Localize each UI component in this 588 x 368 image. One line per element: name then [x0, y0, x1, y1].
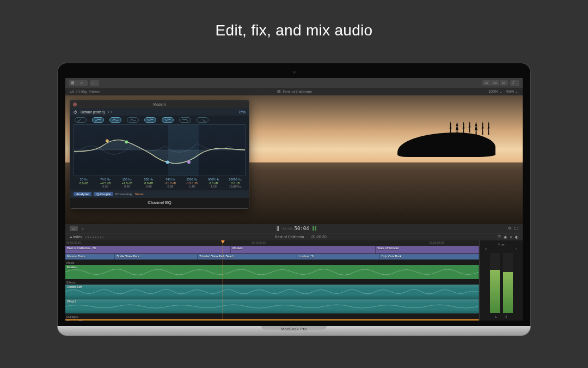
eq-preset-bar: ⏻ Default (edited) ‹› 75% [70, 108, 249, 116]
view-grid-button[interactable]: ▭ [482, 80, 491, 86]
next-preset-button[interactable]: › [111, 110, 112, 114]
scene-trees [449, 122, 490, 138]
meter-right [503, 253, 513, 313]
timeline-area: 00:00:00:00 00:10:00:00 00:20:00:00 Best… [65, 240, 523, 321]
band-4-button[interactable] [127, 117, 139, 123]
processing-label: Processing: [115, 192, 132, 196]
effects-section-label: Effects [65, 280, 479, 285]
meter-headphones-icon[interactable]: ♫ [498, 243, 500, 246]
view-list-button[interactable]: ▭ [491, 80, 499, 86]
snap-button[interactable]: ◉ [504, 235, 507, 239]
eq-mix-value[interactable]: 75% [238, 110, 246, 114]
svg-point-1 [125, 140, 128, 143]
library-button[interactable]: ▦ [69, 80, 78, 86]
laptop-frame: ▦ ⌕ ↓ ▭ ▭ ▭ ⤴ 4K 23.98p, Stereo ▤ Best o… [57, 63, 531, 336]
timeline-project-name: Best of California [275, 235, 304, 239]
view-mode-group: ▭ ▭ ▭ [482, 80, 508, 86]
solo-button[interactable]: ◐ [515, 235, 518, 239]
key-icon: ⌕ [81, 81, 85, 86]
channel-eq-panel[interactable]: Modern ⏻ Default (edited) ‹› 75% [70, 100, 249, 209]
eq-curve-display[interactable] [74, 124, 246, 176]
audio-meters [482, 251, 520, 315]
timeline-ruler[interactable]: 00:00:00:00 00:10:00:00 00:20:00:00 [65, 240, 479, 246]
timeline-view-button[interactable]: ▭ [70, 226, 78, 231]
audio-button[interactable]: ♫ [510, 235, 512, 239]
timeline-main[interactable]: 00:00:00:00 00:10:00:00 00:20:00:00 Best… [65, 240, 479, 321]
band-2-button[interactable] [92, 117, 104, 123]
timecode-display: ‖ 00:00:50:04 [88, 226, 505, 231]
eq-preset-name[interactable]: Default (edited) [81, 110, 105, 114]
play-icon[interactable]: ‖ [276, 226, 279, 231]
import-button[interactable]: ↓ [90, 80, 99, 86]
audio-meters-panel: ♫ ▭ 00 LR [479, 240, 523, 321]
eq-title: Modern [153, 102, 166, 106]
video-track-main[interactable]: Best of California - 30 Modern State of … [65, 246, 479, 254]
eq-band-switches [70, 116, 249, 124]
eq-footer: Analyzer Q-Couple Processing: Stereo [70, 190, 249, 198]
playhead[interactable] [223, 240, 223, 321]
timeline-duration: 01:20:20 [311, 235, 326, 239]
band-1-button[interactable] [75, 117, 87, 123]
loop-button[interactable]: ↻ [508, 226, 511, 231]
audio-meter-mini [313, 226, 316, 231]
effects-track-1[interactable]: Ocean Surf [65, 285, 479, 299]
band-8-button[interactable] [197, 117, 209, 123]
prev-preset-button[interactable]: ‹ [108, 110, 109, 114]
dialogue-section-label: Dialogue [65, 314, 479, 319]
view-filmstrip-button[interactable]: ▭ [500, 80, 508, 86]
chevron-down-icon: ⌄ [499, 89, 503, 93]
band-7-button[interactable] [179, 117, 191, 123]
share-button[interactable]: ⤴ [510, 80, 519, 86]
down-arrow-icon: ↓ [92, 81, 97, 86]
timeline-right-buttons: ☰ ◉ ♫ ◐ [498, 235, 518, 239]
band-3-button[interactable] [109, 117, 121, 123]
page-headline: Edit, fix, and mix audio [0, 0, 588, 39]
svg-point-0 [106, 139, 109, 142]
video-track-sub[interactable]: Mission Dolor... Bodie State Park Trinid… [65, 254, 479, 260]
transport-bar: ▭ ⌄ ‖ 00:00:50:04 ↻ ⛶ [65, 224, 523, 233]
key-button[interactable]: ⌕ [78, 80, 88, 86]
zoom-dropdown[interactable]: 100% ⌄ [488, 89, 503, 94]
stereo-label: Stereo [134, 192, 144, 196]
band-5-button[interactable] [144, 117, 156, 123]
close-icon[interactable] [73, 102, 77, 106]
laptop-base: MacBook Pro [57, 326, 531, 336]
band-6-button[interactable] [162, 117, 174, 123]
eq-readout-grid: 20 Hz0.0 dB 74.0 Hz+4.5 dB0.60 155 Hz+7.… [70, 176, 249, 190]
library-toggle-group: ▦ ⌕ [69, 80, 88, 86]
power-icon[interactable]: ⏻ [74, 110, 77, 114]
toolbar: ▦ ⌕ ↓ ▭ ▭ ▭ ⤴ [65, 78, 523, 88]
music-section-label: Music [65, 260, 479, 265]
meter-label-r: R [505, 315, 507, 318]
project-title-center: ▤ Best of California [100, 89, 488, 94]
share-icon: ⤴ [512, 81, 517, 86]
app-screen: ▦ ⌕ ↓ ▭ ▭ ▭ ⤴ 4K 23.98p, Stereo ▤ Best o… [65, 78, 523, 321]
info-bar: 4K 23.98p, Stereo ▤ Best of California 1… [65, 88, 523, 95]
tool-group[interactable]: ▭ ▭ ▭ ▭ [85, 235, 104, 239]
meter-settings-icon[interactable]: ▭ [501, 243, 505, 246]
project-title-text: Best of California [283, 90, 312, 94]
fullscreen-button[interactable]: ⛶ [514, 227, 518, 231]
dialogue-track[interactable]: Monster Waves [65, 319, 479, 321]
skimming-button[interactable]: ☰ [498, 235, 501, 239]
view-dropdown[interactable]: View ⌄ [506, 89, 518, 94]
format-info: 4K 23.98p, Stereo [70, 90, 100, 94]
chevron-down-icon[interactable]: ⌄ [81, 226, 84, 231]
analyzer-button[interactable]: Analyzer [74, 192, 91, 196]
index-button[interactable]: ◂ Index [70, 235, 82, 239]
photos-icon: ▦ [71, 81, 76, 86]
music-track[interactable]: Modern [65, 265, 479, 279]
timeline-header: ◂ Index ▭ ▭ ▭ ▭ Best of California 01:20… [65, 233, 523, 240]
meter-label-l: L [495, 315, 497, 318]
qcouple-button[interactable]: Q-Couple [94, 192, 113, 196]
meter-left [490, 253, 500, 313]
camera-dot [293, 71, 296, 74]
eq-titlebar[interactable]: Modern [70, 100, 249, 108]
eq-caption: Channel EQ [70, 198, 249, 208]
effects-track-2[interactable]: Wind 2 [65, 299, 479, 313]
viewer-canvas: Modern ⏻ Default (edited) ‹› 75% [65, 95, 523, 224]
chevron-down-icon: ⌄ [515, 89, 518, 93]
film-icon: ▤ [277, 89, 281, 94]
laptop-model-label: MacBook Pro [281, 327, 307, 331]
